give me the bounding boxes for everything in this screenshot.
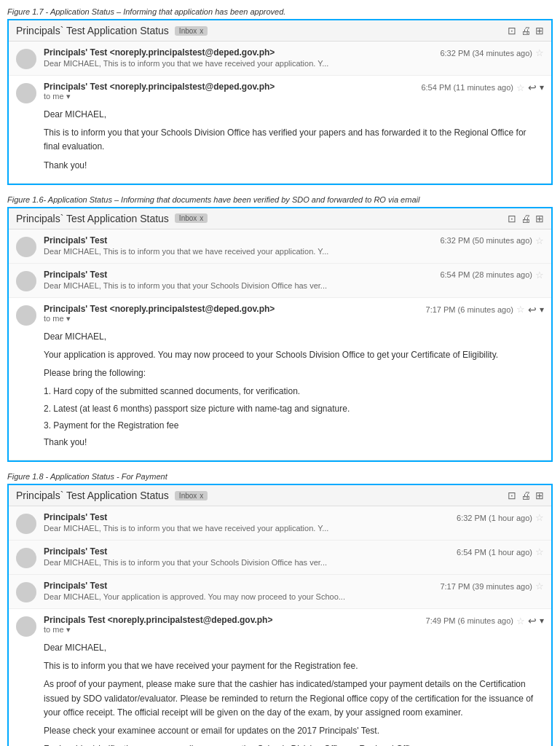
star-icon-2-0[interactable]: ☆	[535, 235, 544, 246]
to-me-3[interactable]: to me ▾	[44, 625, 419, 635]
print-icon-2[interactable]: 🖨	[521, 213, 531, 224]
email-row-collapsed-3-1[interactable]: Principals' Test Dear MICHAEL, This is t…	[9, 541, 551, 575]
reply-icon-1[interactable]: ↩	[528, 82, 537, 93]
to-me-1[interactable]: to me ▾	[44, 92, 414, 101]
email-preview-2-0: Dear MICHAEL, This is to inform you that…	[44, 247, 433, 256]
email-content-expanded-2: Principals' Test <noreply.principalstest…	[44, 304, 419, 323]
reply-icon-2[interactable]: ↩	[528, 304, 537, 315]
more-icon-3[interactable]: ▾	[540, 616, 544, 626]
expanded-header-2: Principals' Test <noreply.principalstest…	[16, 304, 544, 326]
email-from-3-2: Principals' Test	[44, 581, 433, 591]
figure-1-8-caption: Figure 1.8 - Application Status - For Pa…	[7, 472, 553, 481]
header-left-2: Principals` Test Application Status Inbo…	[16, 213, 208, 224]
email-row-collapsed-2-1[interactable]: Principals' Test Dear MICHAEL, This is t…	[9, 264, 551, 298]
email-time-2-0: 6:32 PM (50 minutes ago) ☆	[440, 235, 544, 246]
email-row-collapsed-1-0[interactable]: Principals' Test <noreply.principalstest…	[9, 42, 551, 76]
body2-1: Your application is approved. You may no…	[44, 348, 498, 362]
email-content-2-0: Principals' Test Dear MICHAEL, This is t…	[44, 235, 433, 256]
reply-icon-3[interactable]: ↩	[528, 615, 537, 627]
to-me-2[interactable]: to me ▾	[44, 314, 419, 323]
more-icon-1[interactable]: ▾	[540, 82, 544, 93]
expand-star-2[interactable]: ☆	[516, 304, 525, 315]
expand-time-3: 7:49 PM (6 minutes ago) ☆ ↩ ▾	[426, 615, 544, 627]
email-row-collapsed-3-0[interactable]: Principals' Test Dear MICHAEL, This is t…	[9, 506, 551, 541]
inbox-badge-1[interactable]: Inbox x	[175, 26, 208, 36]
header-left-1: Principals` Test Application Status Inbo…	[16, 25, 208, 36]
avatar-3-1	[16, 548, 36, 568]
expand-star-1[interactable]: ☆	[516, 82, 525, 93]
email-row-collapsed-3-2[interactable]: Principals' Test Dear MICHAEL, Your appl…	[9, 575, 551, 609]
figure-1-8: Figure 1.8 - Application Status - For Pa…	[7, 472, 553, 746]
email-time-2-1: 6:54 PM (28 minutes ago) ☆	[440, 270, 544, 280]
inbox-label-1: Inbox	[179, 27, 197, 35]
avatar-2-0	[16, 237, 36, 257]
inbox-close-2[interactable]: x	[200, 214, 203, 222]
header-left-3: Principals` Test Application Status Inbo…	[16, 490, 208, 501]
print-icon-3[interactable]: 🖨	[521, 490, 531, 501]
body2-list-1: 1. Hard copy of the submitted scanned do…	[44, 385, 498, 398]
avatar-2-1	[16, 271, 36, 291]
avatar-3-2	[16, 582, 36, 602]
star-icon-1-0[interactable]: ☆	[535, 47, 544, 58]
print-icon-1[interactable]: 🖨	[521, 25, 531, 36]
inbox-badge-3[interactable]: Inbox x	[175, 491, 208, 500]
star-icon-2-1[interactable]: ☆	[535, 270, 544, 280]
body3-1: This is to inform you that we have recei…	[44, 659, 544, 673]
email-content-3-0: Principals' Test Dear MICHAEL, This is t…	[44, 512, 449, 533]
email-from-1-0: Principals' Test <noreply.principalstest…	[44, 47, 433, 58]
body-line-1-1: This is to inform you that your Schools …	[44, 126, 544, 154]
new-window-icon-3[interactable]: ⊞	[535, 490, 544, 501]
inbox-badge-2[interactable]: Inbox x	[175, 213, 208, 223]
figure-1-6: Figure 1.6- Application Status – Informi…	[7, 195, 553, 462]
email-content-3-2: Principals' Test Dear MICHAEL, Your appl…	[44, 581, 433, 601]
avatar-3-expanded	[16, 616, 36, 637]
expand-from-1: Principals' Test <noreply.principalstest…	[44, 82, 414, 92]
email-row-collapsed-2-0[interactable]: Principals' Test Dear MICHAEL, This is t…	[9, 229, 551, 264]
email-row-expanded-3: Principals Test <noreply.principalstest@…	[9, 609, 551, 746]
email-from-2-0: Principals' Test	[44, 235, 433, 246]
body-line-1-0: Dear MICHAEL,	[44, 108, 544, 122]
email-preview-3-2: Dear MICHAEL, Your application is approv…	[44, 592, 433, 601]
body3-3: Please check your examinee account or em…	[44, 724, 544, 738]
expanded-header-3: Principals Test <noreply.principalstest@…	[16, 615, 544, 637]
figure-1-6-caption: Figure 1.6- Application Status – Informi…	[7, 195, 553, 204]
expand-star-3[interactable]: ☆	[516, 616, 525, 627]
body3-0: Dear MICHAEL,	[44, 641, 544, 655]
email-from-3-1: Principals' Test	[44, 546, 449, 557]
star-icon-3-1[interactable]: ☆	[535, 546, 544, 557]
star-icon-3-2[interactable]: ☆	[535, 581, 544, 592]
figure-1-7-caption: Figure 1.7 - Application Status – Inform…	[7, 7, 553, 16]
more-icon-2[interactable]: ▾	[540, 305, 544, 315]
window-title-3: Principals` Test Application Status	[16, 490, 169, 501]
email-window-header-3: Principals` Test Application Status Inbo…	[9, 485, 551, 506]
expand-from-2: Principals' Test <noreply.principalstest…	[44, 304, 419, 314]
email-time-3-2: 7:17 PM (39 minutes ago) ☆	[440, 581, 544, 592]
email-preview-2-1: Dear MICHAEL, This is to inform you that…	[44, 281, 433, 290]
avatar-1-0	[16, 49, 36, 69]
body3-2: As proof of your payment, please make su…	[44, 678, 544, 720]
avatar-3-0	[16, 514, 36, 534]
new-window-icon-1[interactable]: ⊞	[535, 25, 544, 36]
expanded-body-1: Dear MICHAEL, This is to inform you that…	[16, 108, 544, 177]
inbox-label-2: Inbox	[179, 214, 197, 222]
email-window-header-1: Principals` Test Application Status Inbo…	[9, 20, 551, 42]
inbox-close-3[interactable]: x	[200, 492, 203, 500]
body3-4: For inquiries/clarifications you may cal…	[44, 742, 544, 746]
inbox-label-3: Inbox	[179, 492, 197, 500]
star-icon-3-0[interactable]: ☆	[535, 512, 544, 523]
new-window-icon-2[interactable]: ⊞	[535, 213, 544, 224]
email-time-3-1: 6:54 PM (1 hour ago) ☆	[457, 546, 544, 557]
archive-icon-3[interactable]: ⊡	[508, 490, 516, 501]
inbox-close-1[interactable]: x	[200, 27, 203, 35]
archive-icon-2[interactable]: ⊡	[508, 213, 516, 224]
archive-icon-1[interactable]: ⊡	[508, 25, 516, 36]
body2-0: Dear MICHAEL,	[44, 330, 498, 344]
email-preview-3-1: Dear MICHAEL, This is to inform you that…	[44, 558, 449, 567]
body2-2: Please bring the following:	[44, 366, 498, 380]
window-title-1: Principals` Test Application Status	[16, 25, 169, 36]
email-from-3-0: Principals' Test	[44, 512, 449, 522]
window-icons-1: ⊡ 🖨 ⊞	[508, 25, 544, 36]
email-time-1-0: 6:32 PM (34 minutes ago) ☆	[440, 47, 544, 58]
email-content-expanded-3: Principals Test <noreply.principalstest@…	[44, 615, 419, 635]
window-title-2: Principals` Test Application Status	[16, 213, 169, 224]
